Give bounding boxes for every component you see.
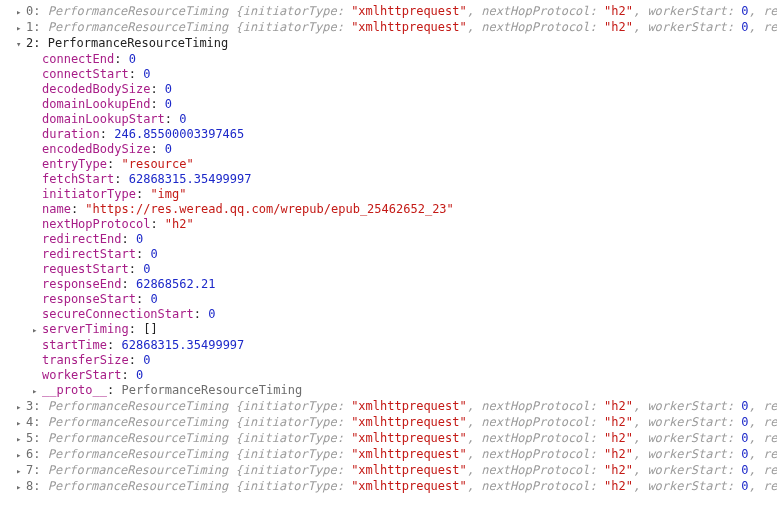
- prop-value: "h2": [165, 217, 194, 231]
- object-property[interactable]: entryType: "resource": [4, 157, 773, 172]
- expand-toggle-icon[interactable]: [16, 463, 26, 479]
- expand-toggle-icon[interactable]: [16, 447, 26, 463]
- prop-value: 62868315.35499997: [121, 338, 244, 352]
- prop-value: 0: [150, 247, 157, 261]
- prop-value: "https://res.weread.qq.com/wrepub/epub_2…: [85, 202, 453, 216]
- array-item-collapsed[interactable]: 8: PerformanceResourceTiming {initiatorT…: [4, 479, 773, 495]
- console-object-tree: 0: PerformanceResourceTiming {initiatorT…: [4, 4, 773, 495]
- prop-value: 0: [165, 97, 172, 111]
- object-property[interactable]: transferSize: 0: [4, 353, 773, 368]
- prop-key: secureConnectionStart: [42, 307, 194, 321]
- array-item-collapsed[interactable]: 6: PerformanceResourceTiming {initiatorT…: [4, 447, 773, 463]
- collapse-toggle-icon[interactable]: [16, 36, 26, 52]
- object-property[interactable]: startTime: 62868315.35499997: [4, 338, 773, 353]
- object-property[interactable]: responseStart: 0: [4, 292, 773, 307]
- prop-value: 0: [143, 67, 150, 81]
- prop-key: initiatorType: [42, 187, 136, 201]
- array-item-expanded[interactable]: 2: PerformanceResourceTiming: [4, 36, 773, 52]
- prop-value: 62868562.21: [136, 277, 215, 291]
- prop-key: redirectEnd: [42, 232, 121, 246]
- prop-value: 0: [136, 232, 143, 246]
- object-property[interactable]: connectStart: 0: [4, 67, 773, 82]
- object-property[interactable]: encodedBodySize: 0: [4, 142, 773, 157]
- prop-key: startTime: [42, 338, 107, 352]
- prop-value: 0: [165, 142, 172, 156]
- prop-key: entryType: [42, 157, 107, 171]
- object-property[interactable]: secureConnectionStart: 0: [4, 307, 773, 322]
- prop-key: responseStart: [42, 292, 136, 306]
- object-property[interactable]: nextHopProtocol: "h2": [4, 217, 773, 232]
- array-item-collapsed[interactable]: 5: PerformanceResourceTiming {initiatorT…: [4, 431, 773, 447]
- object-property[interactable]: fetchStart: 62868315.35499997: [4, 172, 773, 187]
- prop-key: connectEnd: [42, 52, 114, 66]
- prop-value: 62868315.35499997: [129, 172, 252, 186]
- expand-toggle-icon[interactable]: [16, 399, 26, 415]
- prop-key: responseEnd: [42, 277, 121, 291]
- prop-value: 0: [208, 307, 215, 321]
- object-property[interactable]: decodedBodySize: 0: [4, 82, 773, 97]
- prop-key: domainLookupEnd: [42, 97, 150, 111]
- expand-toggle-icon[interactable]: [16, 20, 26, 36]
- expand-toggle-icon[interactable]: [16, 4, 26, 20]
- proto-key: __proto__: [42, 383, 107, 397]
- prop-key: domainLookupStart: [42, 112, 165, 126]
- prop-value: 0: [136, 368, 143, 382]
- prop-value: "img": [150, 187, 186, 201]
- array-item-collapsed[interactable]: 1: PerformanceResourceTiming {initiatorT…: [4, 20, 773, 36]
- object-property[interactable]: initiatorType: "img": [4, 187, 773, 202]
- array-item-collapsed[interactable]: 7: PerformanceResourceTiming {initiatorT…: [4, 463, 773, 479]
- expand-toggle-icon[interactable]: [32, 383, 42, 399]
- expand-toggle-icon[interactable]: [32, 322, 42, 338]
- array-item-collapsed[interactable]: 0: PerformanceResourceTiming {initiatorT…: [4, 4, 773, 20]
- expand-toggle-icon[interactable]: [16, 479, 26, 495]
- prop-key: serverTiming: [42, 322, 129, 336]
- prop-key: transferSize: [42, 353, 129, 367]
- prop-key: connectStart: [42, 67, 129, 81]
- prop-key: workerStart: [42, 368, 121, 382]
- prop-value: 0: [143, 353, 150, 367]
- object-property[interactable]: responseEnd: 62868562.21: [4, 277, 773, 292]
- object-property[interactable]: name: "https://res.weread.qq.com/wrepub/…: [4, 202, 773, 217]
- prop-key: duration: [42, 127, 100, 141]
- object-property[interactable]: redirectStart: 0: [4, 247, 773, 262]
- prop-key: decodedBodySize: [42, 82, 150, 96]
- object-property[interactable]: workerStart: 0: [4, 368, 773, 383]
- object-property[interactable]: duration: 246.85500003397465: [4, 127, 773, 142]
- prop-key: fetchStart: [42, 172, 114, 186]
- prop-value: 0: [143, 262, 150, 276]
- object-property[interactable]: requestStart: 0: [4, 262, 773, 277]
- prop-value: "resource": [121, 157, 193, 171]
- prop-value: 0: [165, 82, 172, 96]
- prop-value: 246.85500003397465: [114, 127, 244, 141]
- proto-value: PerformanceResourceTiming: [121, 383, 302, 397]
- prop-key: requestStart: [42, 262, 129, 276]
- object-property[interactable]: redirectEnd: 0: [4, 232, 773, 247]
- prop-value: []: [143, 322, 157, 336]
- object-property[interactable]: connectEnd: 0: [4, 52, 773, 67]
- prop-key: encodedBodySize: [42, 142, 150, 156]
- array-item-collapsed[interactable]: 4: PerformanceResourceTiming {initiatorT…: [4, 415, 773, 431]
- prop-key: name: [42, 202, 71, 216]
- object-property[interactable]: domainLookupEnd: 0: [4, 97, 773, 112]
- prop-key: nextHopProtocol: [42, 217, 150, 231]
- object-proto[interactable]: __proto__: PerformanceResourceTiming: [4, 383, 773, 399]
- expand-toggle-icon[interactable]: [16, 415, 26, 431]
- prop-value: 0: [129, 52, 136, 66]
- array-item-collapsed[interactable]: 3: PerformanceResourceTiming {initiatorT…: [4, 399, 773, 415]
- prop-value: 0: [150, 292, 157, 306]
- expand-toggle-icon[interactable]: [16, 431, 26, 447]
- prop-key: redirectStart: [42, 247, 136, 261]
- object-property[interactable]: domainLookupStart: 0: [4, 112, 773, 127]
- object-property[interactable]: serverTiming: []: [4, 322, 773, 338]
- prop-value: 0: [179, 112, 186, 126]
